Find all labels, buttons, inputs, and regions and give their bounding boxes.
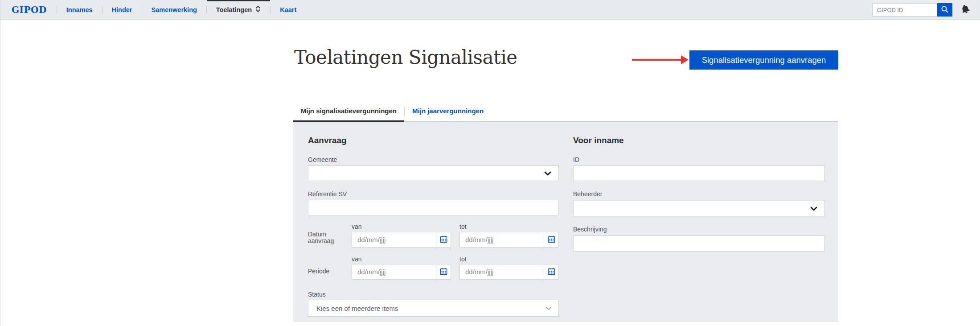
periode-van-calendar-button[interactable] xyxy=(436,264,451,279)
periode-label: Periode xyxy=(308,268,329,275)
beheerder-label: Beheerder xyxy=(573,190,602,198)
datum-van-date-group xyxy=(352,232,451,248)
datum-tot-calendar-button[interactable] xyxy=(544,232,558,247)
beheerder-select[interactable] xyxy=(573,201,825,216)
nav-item-label: Samenwerking xyxy=(152,6,197,13)
chevron-down-icon xyxy=(544,169,551,177)
status-multiselect[interactable]: Kies een of meerdere items xyxy=(308,300,559,317)
periode-tot-date-group xyxy=(459,264,559,280)
tab-mijn-jaarvergunningen[interactable]: Mijn jaarvergunningen xyxy=(405,107,491,120)
gemeente-select[interactable] xyxy=(308,165,559,181)
active-nav-indicator xyxy=(207,0,270,1)
tab-bar: Mijn signalisatievergunningen Mijn jaarv… xyxy=(293,107,491,122)
referentie-sv-input[interactable] xyxy=(308,200,559,215)
nav-item-label: Kaart xyxy=(280,6,296,13)
bell-icon xyxy=(960,4,970,16)
gipod-id-search-input[interactable] xyxy=(872,3,937,17)
nav-item-label: Innames xyxy=(66,6,93,13)
calendar-icon xyxy=(548,268,555,276)
search-button[interactable] xyxy=(937,3,952,17)
annotation-arrow xyxy=(632,59,682,61)
status-label: Status xyxy=(308,291,326,298)
top-navigation: GIPOD Innames Hinder Samenwerking Toelat… xyxy=(0,0,980,20)
gemeente-label: Gemeente xyxy=(308,156,337,163)
nav-item-kaart[interactable]: Kaart xyxy=(271,0,306,19)
datum-van-calendar-button[interactable] xyxy=(436,232,451,247)
signalisatievergunning-aanvragen-button[interactable]: Signalisatievergunning aanvragen xyxy=(689,50,838,70)
expand-updown-icon xyxy=(255,5,261,14)
datum-tot-date-group xyxy=(459,232,559,248)
calendar-icon xyxy=(440,268,447,276)
nav-item-innames[interactable]: Innames xyxy=(57,0,102,19)
id-label: ID xyxy=(573,156,579,163)
filter-panel: Aanvraag Gemeente Referentie SV van tot … xyxy=(293,122,838,322)
periode-van-date-group xyxy=(352,264,451,280)
chevron-down-icon xyxy=(810,205,817,213)
nav-item-label: Hinder xyxy=(112,6,132,13)
beschrijving-label: Beschrijving xyxy=(573,226,607,233)
chevron-down-icon xyxy=(545,304,551,312)
referentie-sv-label: Referentie SV xyxy=(308,190,347,198)
nav-item-label: Toelatingen xyxy=(216,6,252,13)
beschrijving-input[interactable] xyxy=(573,235,825,252)
datum-van-date-input[interactable] xyxy=(352,232,436,247)
nav-item-toelatingen[interactable]: Toelatingen xyxy=(207,0,270,19)
periode-tot-label: tot xyxy=(459,256,467,263)
notifications-button[interactable] xyxy=(959,3,972,17)
periode-van-label: van xyxy=(352,256,362,263)
calendar-icon xyxy=(548,235,555,244)
datum-van-label: van xyxy=(352,223,362,230)
periode-tot-date-input[interactable] xyxy=(460,264,544,279)
tab-mijn-signalisatievergunningen[interactable]: Mijn signalisatievergunningen xyxy=(293,107,404,122)
section-title-aanvraag: Aanvraag xyxy=(308,136,347,145)
datum-tot-label: tot xyxy=(459,223,467,230)
section-title-voor-inname: Voor inname xyxy=(573,136,624,145)
gipod-app: GIPOD Innames Hinder Samenwerking Toelat… xyxy=(0,0,980,326)
status-placeholder: Kies een of meerdere items xyxy=(316,305,398,312)
id-input[interactable] xyxy=(573,165,825,181)
calendar-icon xyxy=(440,235,447,244)
periode-van-date-input[interactable] xyxy=(352,264,436,279)
annotation-arrow-head xyxy=(681,55,689,64)
datum-tot-date-input[interactable] xyxy=(460,232,544,247)
gipod-logo[interactable]: GIPOD xyxy=(0,0,57,19)
nav-item-hinder[interactable]: Hinder xyxy=(103,0,142,19)
nav-item-samenwerking[interactable]: Samenwerking xyxy=(142,0,206,19)
nav-right-controls xyxy=(872,3,972,17)
page-title: Toelatingen Signalisatie xyxy=(294,46,517,68)
periode-tot-calendar-button[interactable] xyxy=(544,264,558,279)
search-icon xyxy=(941,5,949,15)
datum-aanvraag-label: Datum aanvraag xyxy=(308,231,344,244)
